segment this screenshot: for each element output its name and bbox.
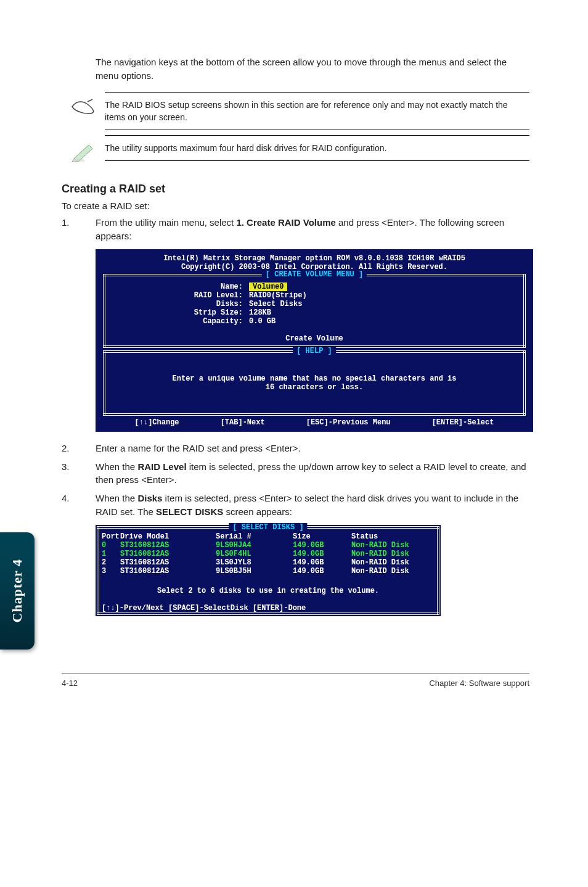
hdr-model: Drive Model <box>120 532 216 541</box>
field-label-raidlevel: RAID Level: <box>110 291 249 300</box>
step-num: 1. <box>62 216 96 243</box>
cell-size: 149.0GB <box>293 550 351 558</box>
box-label-create: [ CREATE VOLUME MENU ] <box>262 270 367 279</box>
cell-model: ST3160812AS <box>120 541 216 550</box>
cell-status: Non-RAID Disk <box>351 550 435 558</box>
help-box: [ HELP ] Enter a unique volume name that… <box>103 350 526 416</box>
cell-port: 2 <box>102 558 120 567</box>
disks-value[interactable]: Select Disks <box>249 300 302 308</box>
note-text-1: The RAID BIOS setup screens shown in thi… <box>105 92 529 131</box>
cell-serial: 3LS0JYL8 <box>216 558 293 567</box>
footer-text: Chapter 4: Software support <box>429 679 529 688</box>
intro-paragraph: The navigation keys at the bottom of the… <box>96 56 529 83</box>
cell-port: 3 <box>102 567 120 576</box>
step-bold: Disks <box>137 493 162 503</box>
step-1: 1. From the utility main menu, select 1.… <box>62 216 529 243</box>
cell-model: ST3160812AS <box>120 567 216 576</box>
field-label-name: Name: <box>110 283 249 291</box>
heading-sub: To create a RAID set: <box>62 200 529 211</box>
step-bold: SELECT DISKS <box>156 506 223 517</box>
step-bold: RAID Level <box>137 461 186 472</box>
step-4: 4. When the Disks item is selected, pres… <box>62 492 529 519</box>
box-label-help: [ HELP ] <box>293 347 336 355</box>
cell-status: Non-RAID Disk <box>351 567 435 576</box>
table-row[interactable]: 0ST3160812AS9LS0HJA4149.0GBNon-RAID Disk <box>96 541 441 550</box>
page-number: 4-12 <box>62 679 78 688</box>
help-line: Enter a unique volume name that has no s… <box>110 374 518 383</box>
step-text: Enter a name for the RAID set and press … <box>96 442 529 455</box>
step-bold: 1. Create RAID Volume <box>236 217 335 228</box>
cell-serial: 9LS0BJ5H <box>216 567 293 576</box>
note-icon <box>70 98 96 118</box>
svg-point-3 <box>73 159 85 162</box>
cell-model: ST3160812AS <box>120 558 216 567</box>
page-footer: 4-12 Chapter 4: Software support <box>62 673 529 688</box>
chapter-side-tab: Chapter 4 <box>0 532 35 650</box>
cell-model: ST3160812AS <box>120 550 216 558</box>
step-num: 4. <box>62 492 96 519</box>
select-disks-label: [ SELECT DISKS ] <box>229 523 307 532</box>
note-text-2: The utility supports maximum four hard d… <box>105 135 529 161</box>
strip-value[interactable]: 128KB <box>249 308 271 317</box>
hdr-serial: Serial # <box>216 532 293 541</box>
step-2: 2. Enter a name for the RAID set and pre… <box>62 442 529 455</box>
create-volume-box: [ CREATE VOLUME MENU ] Name:Volume0 RAID… <box>103 274 526 348</box>
table-row[interactable]: 3ST3160812AS9LS0BJ5H149.0GBNon-RAID Disk <box>96 567 441 576</box>
field-label-strip: Strip Size: <box>110 308 249 317</box>
help-line: 16 characters or less. <box>110 383 518 392</box>
hdr-port: Port <box>102 532 120 541</box>
cell-status: Non-RAID Disk <box>351 541 435 550</box>
step-3: 3. When the RAID Level item is selected,… <box>62 460 529 487</box>
hdr-status: Status <box>351 532 435 541</box>
cell-size: 149.0GB <box>293 567 351 576</box>
bios-title-line: Intel(R) Matrix Storage Manager option R… <box>96 254 533 263</box>
nav-select: [ENTER]-Select <box>432 418 494 427</box>
step-num: 3. <box>62 460 96 487</box>
field-label-disks: Disks: <box>110 300 249 308</box>
table-header: Port Drive Model Serial # Size Status <box>96 532 441 541</box>
step-num: 2. <box>62 442 96 455</box>
select-disks-help: Select 2 to 6 disks to use in creating t… <box>96 587 441 595</box>
cell-size: 149.0GB <box>293 558 351 567</box>
cell-serial: 9LS0F4HL <box>216 550 293 558</box>
cell-serial: 9LS0HJA4 <box>216 541 293 550</box>
nav-next: [TAB]-Next <box>221 418 265 427</box>
table-row[interactable]: 2ST3160812AS3LS0JYL8149.0GBNon-RAID Disk <box>96 558 441 567</box>
cell-size: 149.0GB <box>293 541 351 550</box>
cell-port: 1 <box>102 550 120 558</box>
select-disks-nav: [↑↓]-Prev/Next [SPACE]-SelectDisk [ENTER… <box>96 604 441 613</box>
bios-nav: [↑↓]Change [TAB]-Next [ESC]-Previous Men… <box>96 418 533 427</box>
section-heading: Creating a RAID set <box>62 183 529 196</box>
svg-line-0 <box>88 99 92 102</box>
raid-level-value[interactable]: RAID0(Stripe) <box>249 291 307 300</box>
step-text: From the utility main menu, select <box>96 217 236 228</box>
table-row[interactable]: 1ST3160812AS9LS0F4HL149.0GBNon-RAID Disk <box>96 550 441 558</box>
cell-status: Non-RAID Disk <box>351 558 435 567</box>
side-tab-label: Chapter 4 <box>9 559 25 622</box>
hdr-size: Size <box>293 532 351 541</box>
create-volume-button[interactable]: Create Volume <box>110 334 518 343</box>
bios-create-volume-screen: Intel(R) Matrix Storage Manager option R… <box>96 249 533 432</box>
select-disks-screen: [ SELECT DISKS ] Port Drive Model Serial… <box>96 525 441 616</box>
field-label-capacity: Capacity: <box>110 317 249 326</box>
nav-change: [↑↓]Change <box>135 418 179 427</box>
nav-prev: [ESC]-Previous Menu <box>306 418 391 427</box>
name-input[interactable]: Volume0 <box>249 283 287 291</box>
info-note-2: The utility supports maximum four hard d… <box>62 135 529 165</box>
cell-port: 0 <box>102 541 120 550</box>
step-text: When the <box>96 461 137 472</box>
step-text: When the <box>96 493 137 503</box>
info-note-1: The RAID BIOS setup screens shown in thi… <box>62 92 529 131</box>
pencil-icon <box>70 141 96 165</box>
capacity-value[interactable]: 0.0 GB <box>249 317 276 326</box>
step-text: screen appears: <box>223 506 292 517</box>
